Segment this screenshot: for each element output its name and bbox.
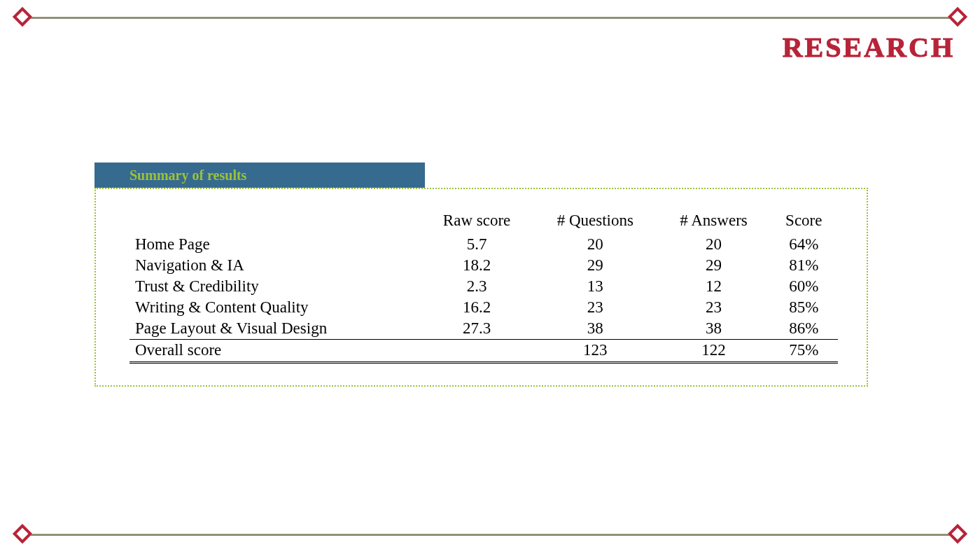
cell-raw: [421, 340, 533, 363]
cell-answers: 20: [657, 234, 769, 255]
table-row: Trust & Credibility 2.3 13 12 60%: [130, 276, 838, 297]
col-raw-score: Raw score: [421, 210, 533, 234]
cell-raw: 16.2: [421, 297, 533, 318]
table-row: Home Page 5.7 20 20 64%: [130, 234, 838, 255]
diamond-icon: [948, 7, 967, 27]
cell-score: 86%: [770, 318, 838, 340]
page-title: RESEARCH: [783, 31, 955, 64]
table-row: Navigation & IA 18.2 29 29 81%: [130, 255, 838, 276]
cell-raw: 2.3: [421, 276, 533, 297]
cell-answers: 23: [657, 297, 769, 318]
col-label: [130, 210, 421, 234]
cell-raw: 18.2: [421, 255, 533, 276]
cell-answers: 12: [657, 276, 769, 297]
cell-score: 85%: [770, 297, 838, 318]
cell-questions: 38: [533, 318, 657, 340]
table-total-row: Overall score 123 122 75%: [130, 340, 838, 363]
diamond-icon: [13, 524, 32, 544]
cell-label: Trust & Credibility: [130, 276, 421, 297]
col-score: Score: [770, 210, 838, 234]
cell-questions: 20: [533, 234, 657, 255]
diamond-icon: [13, 7, 32, 27]
cell-score: 81%: [770, 255, 838, 276]
cell-questions: 13: [533, 276, 657, 297]
cell-score: 64%: [770, 234, 838, 255]
cell-label: Writing & Content Quality: [130, 297, 421, 318]
divider-top: [27, 17, 953, 19]
diamond-icon: [948, 524, 967, 544]
col-answers: # Answers: [657, 210, 769, 234]
table-row: Page Layout & Visual Design 27.3 38 38 8…: [130, 318, 838, 340]
cell-label: Page Layout & Visual Design: [130, 318, 421, 340]
cell-score: 75%: [770, 340, 838, 363]
cell-raw: 27.3: [421, 318, 533, 340]
cell-answers: 38: [657, 318, 769, 340]
cell-label: Home Page: [130, 234, 421, 255]
cell-answers: 122: [657, 340, 769, 363]
panel-title: Summary of results: [94, 163, 425, 188]
cell-questions: 123: [533, 340, 657, 363]
cell-label: Overall score: [130, 340, 421, 363]
cell-answers: 29: [657, 255, 769, 276]
cell-raw: 5.7: [421, 234, 533, 255]
cell-questions: 23: [533, 297, 657, 318]
cell-questions: 29: [533, 255, 657, 276]
cell-score: 60%: [770, 276, 838, 297]
table-header-row: Raw score # Questions # Answers Score: [130, 210, 838, 234]
divider-bottom: [27, 534, 953, 536]
col-questions: # Questions: [533, 210, 657, 234]
table-row: Writing & Content Quality 16.2 23 23 85%: [130, 297, 838, 318]
cell-label: Navigation & IA: [130, 255, 421, 276]
results-table: Raw score # Questions # Answers Score Ho…: [130, 210, 838, 364]
